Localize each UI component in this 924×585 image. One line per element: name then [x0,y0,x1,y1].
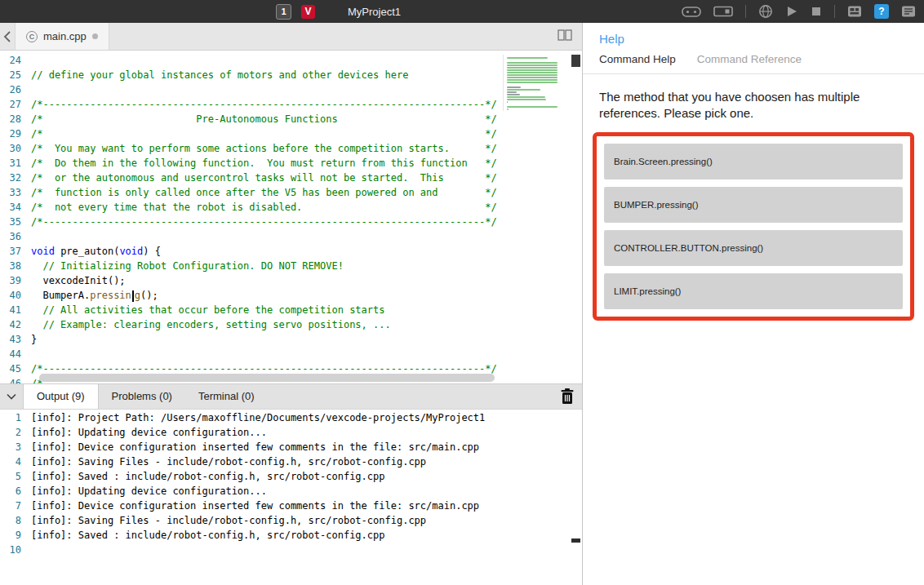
minimap-line [507,74,558,76]
code-line[interactable]: 44 [0,347,504,361]
tab-command-help[interactable]: Command Help [599,53,676,65]
play-icon[interactable] [785,5,798,18]
line-number: 44 [0,347,31,361]
output-line-number: 2 [0,425,31,440]
code-line[interactable]: 28/* Pre-Autonomous Functions */ [0,112,504,126]
help-highlight-box: Brain.Screen.pressing()BUMPER.pressing()… [593,132,914,321]
minimap-line [507,99,546,100]
code-line[interactable]: 24 [0,53,504,68]
minimap-line [507,62,558,64]
line-number: 28 [0,112,31,126]
minimap[interactable] [503,55,569,111]
help-option-button[interactable]: BUMPER.pressing() [604,187,903,223]
minimap-line [507,64,558,66]
code-text: /* function is only called once after th… [31,185,497,200]
code-line[interactable]: 40 BumperA.pressing(); [0,288,504,303]
code-line[interactable]: 26 [0,82,504,97]
line-number: 27 [0,97,31,112]
line-number: 33 [0,185,31,200]
help-title: Help [583,23,924,53]
vex-logo-icon: V [301,5,315,19]
line-number: 29 [0,126,31,141]
code-line[interactable]: 39 vexcodeInit(); [0,273,504,288]
code-line[interactable]: 38 // Initializing Robot Configuration. … [0,259,504,273]
code-line[interactable]: 29/* */ [0,126,504,141]
output-line: 6[info]: Updating device configuration..… [0,484,582,499]
code-text: /* You may want to perform some actions … [31,141,497,156]
output-line-number: 10 [0,543,31,557]
tab-command-reference[interactable]: Command Reference [697,53,802,65]
output-text: [info]: Saving Files - include/robot-con… [31,454,426,469]
code-line[interactable]: 30/* You may want to perform some action… [0,141,504,156]
topbar: 1 V MyProject1 ? [0,0,924,23]
output-line: 9[info]: Saved : include/robot-config.h,… [0,528,582,543]
output-line-number: 5 [0,469,31,484]
code-text: /*--------------------------------------… [31,97,497,112]
output-text: [info]: Updating device configuration... [31,425,267,440]
trash-icon[interactable] [559,388,575,409]
tab-problems[interactable]: Problems (0) [99,384,185,409]
output-text: [info]: Device configuration inserted fe… [31,440,479,454]
slot-icon[interactable]: 1 [276,4,291,20]
output-line-number: 9 [0,528,31,543]
output-line: 4[info]: Saving Files - include/robot-co… [0,454,582,469]
code-line[interactable]: 25// define your global instances of mot… [0,68,504,82]
help-options: Brain.Screen.pressing()BUMPER.pressing()… [604,144,903,309]
output-line-number: 8 [0,513,31,528]
minimap-line [507,82,558,83]
dashboard-icon[interactable] [847,5,862,18]
project-title: MyProject1 [348,6,401,18]
stop-icon[interactable] [811,6,822,17]
cpp-file-icon: C [26,31,38,42]
code-line[interactable]: 27/*------------------------------------… [0,97,504,112]
help-tabs: Command Help Command Reference [583,53,924,74]
editor-vertical-scrollbar[interactable] [571,55,580,67]
code-text: /* */ [31,126,497,141]
code-line[interactable]: 33/* function is only called once after … [0,185,504,200]
code-line[interactable]: 42 // Example: clearing encoders, settin… [0,317,504,332]
help-option-button[interactable]: LIMIT.pressing() [604,273,903,309]
tab-main-cpp[interactable]: C main.cpp [15,23,109,50]
code-line[interactable]: 32/* or the autonomous and usercontrol t… [0,171,504,185]
help-icon[interactable]: ? [874,4,889,19]
code-line[interactable]: 34/* not every time that the robot is di… [0,200,504,215]
help-panel: Help Command Help Command Reference The … [582,23,924,585]
editor-horizontal-scrollbar[interactable] [39,374,495,382]
console-icon[interactable] [901,5,916,18]
minimap-line [507,94,520,95]
split-editor-icon[interactable] [558,29,572,44]
code-line[interactable]: 36 [0,229,504,244]
line-number: 32 [0,171,31,185]
help-option-button[interactable]: CONTROLLER.BUTTON.pressing() [604,230,903,266]
code-text: // All activities that occur before the … [31,303,384,317]
back-chevron-icon[interactable] [0,30,15,43]
line-number: 35 [0,215,31,229]
collapse-chevron-icon[interactable] [0,393,23,400]
line-number: 39 [0,273,31,288]
code-line[interactable]: 35/*------------------------------------… [0,215,504,229]
modified-dot [92,33,98,39]
download-icon[interactable] [758,4,773,19]
code-line[interactable]: 37void pre_auton(void) { [0,244,504,259]
code-text: /*--------------------------------------… [31,215,497,229]
code-line[interactable]: 43} [0,332,504,347]
code-line[interactable]: 41 // All activities that occur before t… [0,303,504,317]
code-editor[interactable]: 2425// define your global instances of m… [0,51,582,383]
line-number: 38 [0,259,31,273]
output-vertical-scrollbar[interactable] [571,538,580,543]
tab-terminal[interactable]: Terminal (0) [185,384,268,409]
line-number: 31 [0,156,31,171]
brain-icon[interactable] [713,5,733,18]
controller-icon[interactable] [682,5,701,18]
output-line-number: 4 [0,454,31,469]
help-option-button[interactable]: Brain.Screen.pressing() [604,144,903,179]
minimap-line [507,86,521,88]
tab-output[interactable]: Output (9) [23,384,99,409]
slot-number: 1 [281,7,286,16]
tab-label: main.cpp [43,30,87,42]
text-cursor [132,290,134,302]
code-text: void pre_auton(void) { [31,244,161,259]
code-line[interactable]: 31/* Do them in the following function. … [0,156,504,171]
minimap-line [507,77,558,78]
output-text: [info]: Updating device configuration... [31,484,267,499]
